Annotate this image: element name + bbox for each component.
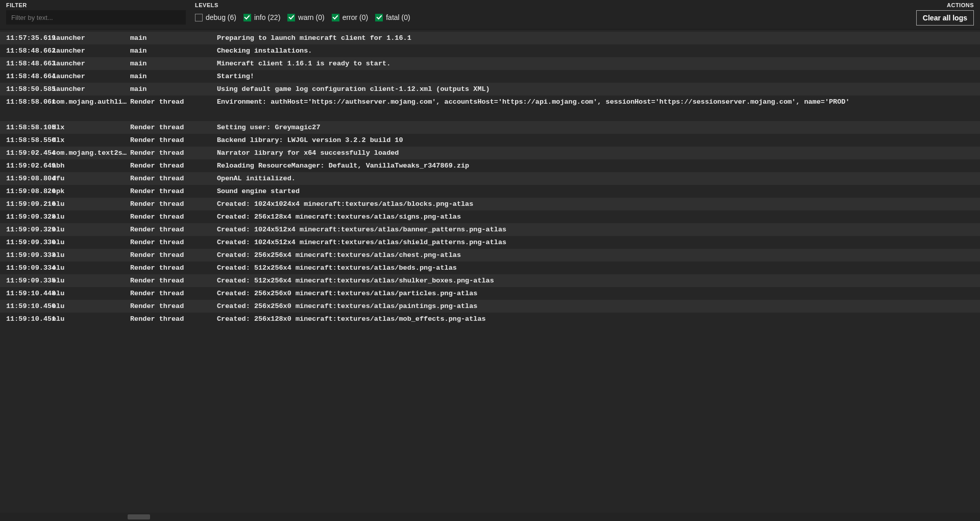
log-row[interactable]: 11:59:09.330eluRender threadCreated: 102… bbox=[0, 236, 980, 249]
levels-row: debug (6)info (22)warn (0)error (0)fatal… bbox=[195, 10, 916, 25]
log-source: com.mojang.authlib.y… bbox=[51, 98, 130, 106]
log-row[interactable]: 11:58:58.105dlxRender threadSetting user… bbox=[0, 121, 980, 134]
log-time: 11:59:09.216 bbox=[0, 200, 51, 208]
log-thread: Render thread bbox=[130, 98, 217, 106]
log-source: com.mojang.text2spee… bbox=[51, 149, 130, 157]
log-message: Created: 512x256x4 minecraft:textures/at… bbox=[217, 264, 980, 272]
log-source: dlx bbox=[51, 136, 130, 144]
log-source: elu bbox=[51, 264, 130, 272]
log-message: Using default game log configuration cli… bbox=[217, 85, 980, 93]
log-source: elu bbox=[51, 290, 130, 297]
log-time: 11:58:48.664 bbox=[0, 73, 51, 80]
log-time: 11:59:10.451 bbox=[0, 315, 51, 323]
log-source: elu bbox=[51, 239, 130, 246]
log-message: Created: 256x128x4 minecraft:textures/at… bbox=[217, 213, 980, 221]
log-row[interactable]: 11:58:48.663launchermainMinecraft client… bbox=[0, 57, 980, 70]
log-source: epk bbox=[51, 187, 130, 195]
level-toggle-debug[interactable]: debug (6) bbox=[195, 13, 236, 21]
log-thread: Render thread bbox=[130, 162, 217, 170]
log-message: Sound engine started bbox=[217, 187, 980, 195]
log-thread: main bbox=[130, 85, 217, 93]
checkbox-icon[interactable] bbox=[332, 14, 339, 21]
log-thread: Render thread bbox=[130, 213, 217, 221]
log-row[interactable]: 11:59:10.450eluRender threadCreated: 256… bbox=[0, 300, 980, 313]
log-row[interactable]: 11:58:50.585launchermainUsing default ga… bbox=[0, 83, 980, 96]
log-time: 11:59:10.448 bbox=[0, 290, 51, 297]
log-table[interactable]: 11:57:35.619launchermainPreparing to lau… bbox=[0, 30, 980, 513]
log-message: Minecraft client 1.16.1 is ready to star… bbox=[217, 60, 980, 67]
log-row[interactable]: 11:59:09.328eluRender threadCreated: 256… bbox=[0, 210, 980, 223]
log-row[interactable]: 11:59:08.826epkRender threadSound engine… bbox=[0, 185, 980, 198]
log-row[interactable]: 11:59:09.333eluRender threadCreated: 256… bbox=[0, 249, 980, 262]
filter-input[interactable] bbox=[6, 10, 186, 25]
log-row[interactable]: 11:59:09.335eluRender threadCreated: 512… bbox=[0, 274, 980, 287]
log-row[interactable]: 11:59:02.649abhRender threadReloading Re… bbox=[0, 159, 980, 172]
level-toggle-warn[interactable]: warn (0) bbox=[287, 13, 324, 21]
log-source: elu bbox=[51, 213, 130, 221]
log-message: Created: 256x256x0 minecraft:textures/at… bbox=[217, 290, 980, 297]
log-source: elu bbox=[51, 200, 130, 208]
level-label: warn (0) bbox=[298, 13, 324, 21]
log-time: 11:58:50.585 bbox=[0, 85, 51, 93]
checkbox-icon[interactable] bbox=[195, 14, 203, 21]
actions-label: ACTIONS bbox=[947, 2, 974, 8]
log-message: OpenAL initialized. bbox=[217, 175, 980, 182]
log-row[interactable]: 11:59:08.804dfuRender threadOpenAL initi… bbox=[0, 172, 980, 185]
checkbox-icon[interactable] bbox=[287, 14, 295, 21]
log-time: 11:58:48.662 bbox=[0, 47, 51, 55]
log-message: Created: 1024x512x4 minecraft:textures/a… bbox=[217, 239, 980, 246]
log-message: Environment: authHost='https://authserve… bbox=[217, 98, 980, 106]
log-row[interactable]: 11:59:09.216eluRender threadCreated: 102… bbox=[0, 198, 980, 210]
horizontal-scrollbar-track[interactable] bbox=[0, 513, 980, 521]
log-time: 11:59:08.804 bbox=[0, 175, 51, 182]
log-message: Narrator library for x64 successfully lo… bbox=[217, 149, 980, 157]
log-gap bbox=[0, 108, 980, 121]
log-row[interactable]: 11:58:58.550dlxRender threadBackend libr… bbox=[0, 134, 980, 147]
checkbox-icon[interactable] bbox=[243, 14, 251, 21]
log-source: elu bbox=[51, 315, 130, 323]
log-time: 11:59:09.330 bbox=[0, 239, 51, 246]
log-thread: Render thread bbox=[130, 239, 217, 246]
log-time: 11:59:02.649 bbox=[0, 162, 51, 170]
log-message: Created: 256x256x4 minecraft:textures/at… bbox=[217, 251, 980, 259]
level-toggle-error[interactable]: error (0) bbox=[332, 13, 369, 21]
log-message: Setting user: Greymagic27 bbox=[217, 124, 980, 131]
log-thread: Render thread bbox=[130, 277, 217, 285]
log-row[interactable]: 11:59:10.448eluRender threadCreated: 256… bbox=[0, 287, 980, 300]
log-message: Created: 1024x1024x4 minecraft:textures/… bbox=[217, 200, 980, 208]
log-time: 11:59:08.826 bbox=[0, 187, 51, 195]
log-row[interactable]: 11:59:10.451eluRender threadCreated: 256… bbox=[0, 313, 980, 325]
log-row[interactable]: 11:59:09.334eluRender threadCreated: 512… bbox=[0, 262, 980, 274]
log-row[interactable]: 11:57:35.619launchermainPreparing to lau… bbox=[0, 32, 980, 44]
log-time: 11:58:58.550 bbox=[0, 136, 51, 144]
log-thread: main bbox=[130, 73, 217, 80]
log-row[interactable]: 11:58:48.662launchermainChecking install… bbox=[0, 44, 980, 57]
log-message: Backend library: LWJGL version 3.2.2 bui… bbox=[217, 136, 980, 144]
log-source: launcher bbox=[51, 47, 130, 55]
log-thread: Render thread bbox=[130, 124, 217, 131]
log-thread: Render thread bbox=[130, 187, 217, 195]
level-toggle-fatal[interactable]: fatal (0) bbox=[375, 13, 410, 21]
filter-label: FILTER bbox=[6, 2, 195, 8]
log-source: launcher bbox=[51, 73, 130, 80]
log-message: Reloading ResourceManager: Default, Vani… bbox=[217, 162, 980, 170]
log-row[interactable]: 11:58:48.664launchermainStarting! bbox=[0, 70, 980, 83]
log-row[interactable]: 11:59:02.454com.mojang.text2spee…Render … bbox=[0, 147, 980, 159]
log-time: 11:57:35.619 bbox=[0, 34, 51, 42]
log-source: dfu bbox=[51, 175, 130, 182]
log-message: Checking installations. bbox=[217, 47, 980, 55]
clear-all-logs-button[interactable]: Clear all logs bbox=[916, 10, 974, 26]
log-thread: Render thread bbox=[130, 226, 217, 233]
log-thread: Render thread bbox=[130, 175, 217, 182]
log-source: elu bbox=[51, 277, 130, 285]
level-toggle-info[interactable]: info (22) bbox=[243, 13, 280, 21]
log-row[interactable]: 11:59:09.329eluRender threadCreated: 102… bbox=[0, 223, 980, 236]
log-message: Created: 256x256x0 minecraft:textures/at… bbox=[217, 302, 980, 310]
log-time: 11:59:09.328 bbox=[0, 213, 51, 221]
horizontal-scrollbar-thumb[interactable] bbox=[128, 514, 150, 519]
log-source: elu bbox=[51, 251, 130, 259]
log-row[interactable]: 11:58:58.061com.mojang.authlib.y…Render … bbox=[0, 96, 980, 108]
log-source: launcher bbox=[51, 60, 130, 67]
log-thread: Render thread bbox=[130, 200, 217, 208]
checkbox-icon[interactable] bbox=[375, 14, 383, 21]
